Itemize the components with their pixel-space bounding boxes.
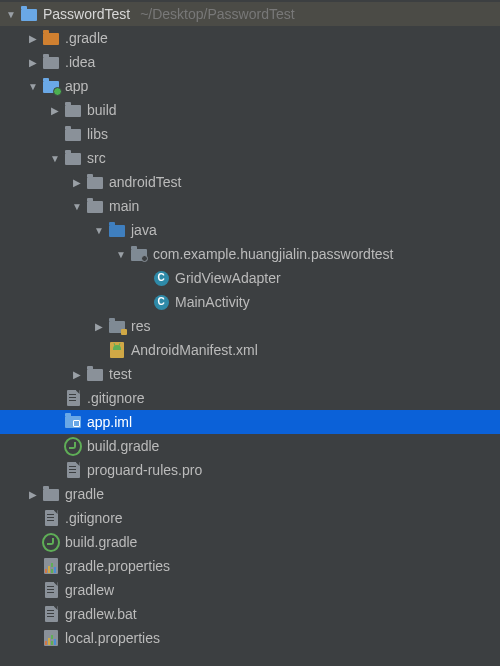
tree-row[interactable]: .gitignore [0,386,500,410]
properties-file-icon [42,629,60,647]
tree-item-label: main [109,198,139,214]
file-icon [64,389,82,407]
tree-item-label: MainActivity [175,294,250,310]
tree-item-label: src [87,150,106,166]
tree-item-label: .gitignore [65,510,123,526]
tree-row[interactable]: ▶.gradle [0,26,500,50]
folder-icon [86,173,104,191]
tree-row[interactable]: proguard-rules.pro [0,458,500,482]
tree-item-label: .gitignore [87,390,145,406]
tree-row[interactable]: gradlew [0,578,500,602]
gradle-icon [42,533,60,551]
tree-item-label: proguard-rules.pro [87,462,202,478]
tree-row[interactable]: ▼PasswordTest~/Desktop/PasswordTest [0,2,500,26]
iml-file-icon [64,413,82,431]
gradle-icon [64,437,82,455]
tree-item-label: .gradle [65,30,108,46]
tree-row[interactable]: gradlew.bat [0,602,500,626]
module-folder-icon [20,5,38,23]
chevron-right-icon[interactable]: ▶ [50,105,60,116]
class-icon: C [152,269,170,287]
class-icon: C [152,293,170,311]
tree-item-label: java [131,222,157,238]
tree-item-label: GridViewAdapter [175,270,281,286]
tree-item-label: com.example.huangjialin.passwordtest [153,246,393,262]
tree-row[interactable]: ▼com.example.huangjialin.passwordtest [0,242,500,266]
tree-row[interactable]: gradle.properties [0,554,500,578]
tree-row[interactable]: ▼main [0,194,500,218]
tree-row[interactable]: ▶build [0,98,500,122]
tree-item-label: res [131,318,150,334]
folder-icon [42,29,60,47]
chevron-down-icon[interactable]: ▼ [116,249,126,260]
resource-folder-icon [108,317,126,335]
chevron-right-icon[interactable]: ▶ [28,57,38,68]
tree-row[interactable]: ▶androidTest [0,170,500,194]
file-icon [42,605,60,623]
folder-icon [42,53,60,71]
tree-item-label: androidTest [109,174,181,190]
tree-row[interactable]: app.iml [0,410,500,434]
chevron-right-icon[interactable]: ▶ [72,177,82,188]
chevron-right-icon[interactable]: ▶ [28,489,38,500]
tree-item-label: gradlew [65,582,114,598]
tree-row[interactable]: libs [0,122,500,146]
tree-item-label: gradlew.bat [65,606,137,622]
chevron-down-icon[interactable]: ▼ [94,225,104,236]
tree-row[interactable]: ▼java [0,218,500,242]
tree-row[interactable]: build.gradle [0,434,500,458]
tree-item-label: AndroidManifest.xml [131,342,258,358]
tree-row[interactable]: .gitignore [0,506,500,530]
android-manifest-icon [108,341,126,359]
tree-row[interactable]: ▶test [0,362,500,386]
tree-row[interactable]: ▶.idea [0,50,500,74]
properties-file-icon [42,557,60,575]
tree-item-label: build.gradle [87,438,159,454]
tree-item-label: build [87,102,117,118]
chevron-down-icon[interactable]: ▼ [6,9,16,20]
tree-row[interactable]: CGridViewAdapter [0,266,500,290]
tree-item-label: build.gradle [65,534,137,550]
tree-item-label: .idea [65,54,95,70]
chevron-down-icon[interactable]: ▼ [28,81,38,92]
source-folder-icon [108,221,126,239]
folder-icon [64,101,82,119]
module-folder-icon [42,77,60,95]
tree-item-label: app [65,78,88,94]
folder-icon [64,149,82,167]
folder-icon [86,365,104,383]
file-icon [64,461,82,479]
folder-icon [42,485,60,503]
folder-icon [86,197,104,215]
tree-row[interactable]: AndroidManifest.xml [0,338,500,362]
tree-row[interactable]: build.gradle [0,530,500,554]
tree-row[interactable]: ▼src [0,146,500,170]
file-icon [42,509,60,527]
project-tree[interactable]: ▼PasswordTest~/Desktop/PasswordTest▶.gra… [0,0,500,650]
chevron-right-icon[interactable]: ▶ [72,369,82,380]
chevron-down-icon[interactable]: ▼ [72,201,82,212]
tree-row[interactable]: ▶gradle [0,482,500,506]
package-icon [130,245,148,263]
tree-item-label: test [109,366,132,382]
tree-item-path: ~/Desktop/PasswordTest [140,6,294,22]
chevron-right-icon[interactable]: ▶ [28,33,38,44]
tree-row[interactable]: CMainActivity [0,290,500,314]
file-icon [42,581,60,599]
tree-row[interactable]: ▶res [0,314,500,338]
tree-item-label: gradle [65,486,104,502]
chevron-down-icon[interactable]: ▼ [50,153,60,164]
tree-row[interactable]: local.properties [0,626,500,650]
tree-item-label: gradle.properties [65,558,170,574]
folder-icon [64,125,82,143]
tree-row[interactable]: ▼app [0,74,500,98]
chevron-right-icon[interactable]: ▶ [94,321,104,332]
tree-item-label: libs [87,126,108,142]
tree-item-label: local.properties [65,630,160,646]
tree-item-label: PasswordTest [43,6,130,22]
tree-item-label: app.iml [87,414,132,430]
